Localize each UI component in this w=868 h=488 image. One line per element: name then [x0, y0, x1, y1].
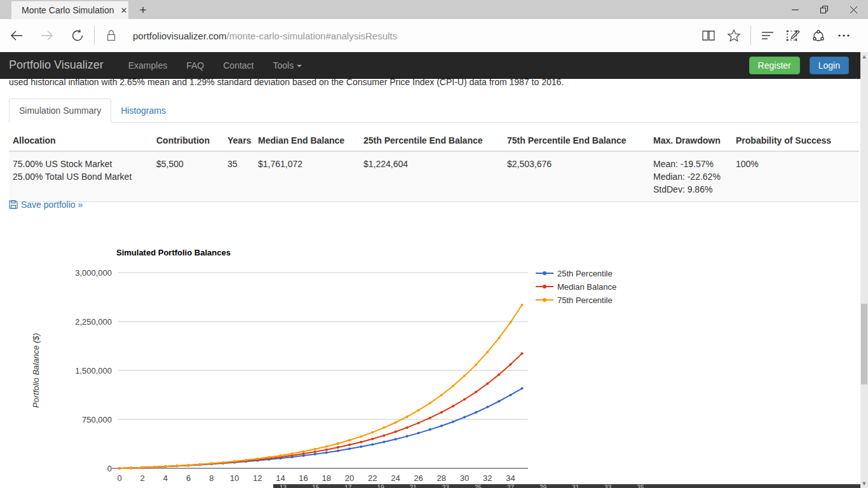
reading-view-icon[interactable] [696, 23, 721, 48]
new-tab-button[interactable]: + [135, 3, 151, 18]
x-tick-label: 34 [506, 473, 515, 483]
data-point [371, 443, 374, 445]
y-tick-label: 0 [107, 464, 112, 473]
data-point [440, 411, 443, 414]
cell-years: 35 [224, 151, 254, 202]
data-point [417, 422, 420, 424]
nav-faq[interactable]: FAQ [177, 60, 214, 71]
lock-icon [98, 23, 124, 48]
data-point [452, 385, 454, 388]
cell-max-drawdown: Mean: -19.57% Median: -22.62% StdDev: 9.… [649, 151, 732, 202]
simulation-summary-table: Allocation Contribution Years Median End… [9, 130, 859, 202]
legend-line-icon [536, 273, 553, 274]
data-point [314, 448, 316, 451]
tab-histograms[interactable]: Histograms [111, 99, 175, 122]
cutoff-bottom-strip: 131517192123252729313335 [273, 484, 860, 488]
data-point [406, 435, 409, 438]
browser-titlebar: Monte Carlo Simulation ✕ + [0, 0, 868, 19]
series-line [119, 305, 522, 468]
chevron-down-icon [297, 65, 302, 67]
x-tick-label: 14 [276, 473, 285, 483]
forward-icon[interactable] [34, 23, 60, 48]
data-point [406, 426, 409, 429]
x-tick-label: 8 [209, 473, 214, 483]
data-point [452, 421, 454, 423]
data-point [417, 409, 420, 412]
more-icon[interactable] [831, 23, 857, 48]
url-path: /monte-carlo-simulation#analysisResults [227, 30, 397, 41]
data-point [394, 421, 397, 424]
x-tick-label: 24 [391, 473, 400, 483]
data-point [325, 451, 328, 454]
address-bar[interactable]: portfoliovisualizer.com/monte-carlo-simu… [133, 30, 696, 41]
y-tick-label: 1,500,000 [75, 366, 112, 376]
col-median-end-balance: Median End Balance [254, 130, 360, 151]
x-tick-label: 16 [299, 473, 308, 483]
nav-tools-dropdown[interactable]: Tools [263, 60, 311, 71]
results-tabnav: Simulation Summary Histograms [9, 98, 859, 123]
restore-icon[interactable] [810, 0, 839, 19]
data-point [130, 466, 132, 469]
y-tick-label: 2,250,000 [75, 317, 112, 327]
nav-examples[interactable]: Examples [119, 60, 177, 71]
data-point [509, 394, 512, 396]
scrollbar-thumb[interactable] [861, 304, 867, 384]
tab-simulation-summary[interactable]: Simulation Summary [9, 98, 111, 123]
register-button[interactable]: Register [749, 57, 800, 74]
back-icon[interactable] [4, 23, 29, 48]
legend-item: Median Balance [536, 282, 616, 291]
col-allocation: Allocation [9, 130, 153, 151]
data-point [452, 405, 454, 407]
data-point [337, 442, 339, 445]
scroll-up-icon[interactable]: ▲ [860, 52, 868, 61]
browser-tab[interactable]: Monte Carlo Simulation ✕ [11, 1, 128, 19]
data-point [440, 424, 443, 427]
data-point [279, 454, 281, 457]
data-point [521, 352, 524, 355]
share-icon[interactable] [806, 23, 831, 48]
data-point [498, 337, 500, 339]
data-point [199, 463, 201, 466]
x-tick-label: 10 [230, 473, 239, 483]
data-point [291, 452, 294, 455]
cutoff-number: 33 [604, 485, 611, 487]
legend-item: 25th Percentile [536, 269, 616, 278]
col-max-drawdown: Max. Drawdown [649, 130, 732, 151]
data-point [521, 387, 524, 390]
login-button[interactable]: Login [810, 57, 849, 74]
y-tick-label: 750,000 [82, 415, 112, 424]
refresh-icon[interactable] [65, 23, 90, 48]
x-tick-label: 28 [437, 473, 446, 483]
page-scrollbar[interactable]: ▲ ▼ [860, 52, 868, 488]
web-note-icon[interactable] [780, 23, 806, 48]
data-point [475, 391, 477, 393]
favorites-star-icon[interactable] [721, 23, 747, 48]
toolbar-divider [94, 26, 95, 45]
col-contribution: Contribution [153, 130, 224, 151]
data-point [486, 351, 489, 353]
data-point [222, 461, 224, 464]
cutoff-number: 25 [475, 485, 482, 487]
minimize-icon[interactable] [780, 0, 810, 19]
close-icon[interactable] [839, 0, 868, 19]
tab-close-icon[interactable]: ✕ [119, 6, 129, 15]
brand-logo[interactable]: Portfolio Visualizer [9, 58, 104, 72]
url-domain: portfoliovisualizer.com [133, 30, 227, 41]
save-portfolio-link[interactable]: Save portfolio » [9, 200, 83, 210]
data-point [509, 321, 512, 323]
data-point [360, 445, 362, 448]
data-point [314, 453, 316, 456]
data-point [475, 363, 477, 366]
x-tick-label: 20 [345, 473, 354, 483]
data-point [141, 466, 144, 469]
x-tick-label: 6 [186, 473, 191, 483]
scroll-down-icon[interactable]: ▼ [860, 479, 868, 488]
data-point [498, 373, 500, 376]
data-point [337, 446, 339, 449]
data-point [268, 456, 270, 459]
data-point [440, 394, 443, 396]
data-point [337, 449, 339, 452]
hub-icon[interactable] [755, 23, 780, 48]
nav-contact[interactable]: Contact [214, 60, 263, 71]
browser-toolbar: portfoliovisualizer.com/monte-carlo-simu… [0, 19, 868, 52]
